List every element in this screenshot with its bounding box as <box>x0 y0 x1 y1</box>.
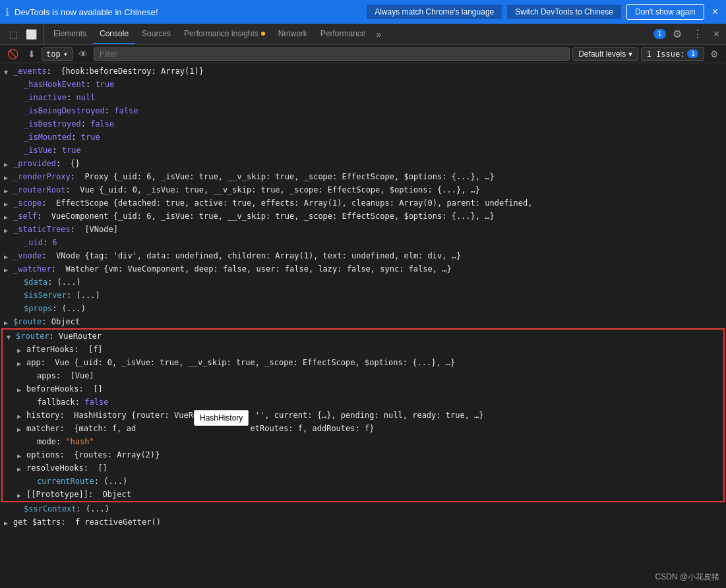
switch-to-chinese-button[interactable]: Switch DevTools to Chinese <box>507 5 621 19</box>
context-dropdown-icon: ▾ <box>63 49 68 59</box>
console-line: _renderProxy: Proxy {_uid: 6, _isVue: tr… <box>0 170 726 183</box>
issues-button[interactable]: 1 Issue: 1 <box>641 47 704 61</box>
console-line: $router: VueRouter <box>3 330 723 343</box>
console-line: _watcher: Watcher {vm: VueComponent, dee… <box>0 262 726 276</box>
tab-console[interactable]: Console <box>93 24 135 44</box>
console-line: _events: {hook:beforeDestroy: Array(1)} <box>0 65 726 78</box>
console-line: _scope: EffectScope {detached: true, act… <box>0 196 726 210</box>
tab-elements[interactable]: Elements <box>47 24 93 44</box>
devtools-settings-button[interactable]: ⚙ <box>669 26 686 42</box>
expand-arrow[interactable] <box>17 490 21 502</box>
devtools-more-options-button[interactable]: ⋮ <box>688 26 707 42</box>
console-line: matcher: {match: f, ad etRoutes: f, addR… <box>3 422 723 435</box>
console-line: apps: [Vue] <box>3 369 723 382</box>
expand-arrow[interactable] <box>17 424 21 436</box>
expand-arrow[interactable] <box>7 332 11 343</box>
console-line: resolveHooks: [] <box>3 461 723 475</box>
console-line: _isVue: true <box>0 144 726 157</box>
console-line: history: HashHistory {router: VueRouter,… <box>3 409 723 422</box>
clear-console-button[interactable]: 🚫 <box>4 47 22 61</box>
console-line: [[Prototype]]: Object <box>3 488 723 501</box>
eye-button[interactable]: 👁 <box>75 47 91 61</box>
expand-arrow[interactable] <box>4 198 8 210</box>
console-line: afterHooks: [f] <box>3 343 723 356</box>
issues-count-badge: 1 <box>687 49 698 58</box>
console-line: _staticTrees: [VNode] <box>0 223 726 236</box>
console-toolbar: 🚫 ⬇ top ▾ 👁 Default levels ▾ 1 Issue: 1 … <box>0 45 726 63</box>
tab-performance-insights[interactable]: Performance insights <box>177 24 272 44</box>
tab-performance[interactable]: Performance <box>314 24 373 44</box>
context-selector[interactable]: top ▾ <box>42 47 73 61</box>
console-line: options: {routes: Array(2)} <box>3 448 723 461</box>
console-line: mode: "hash" <box>3 435 723 448</box>
console-line: _routerRoot: Vue {_uid: 0, _isVue: true,… <box>0 183 726 196</box>
more-tabs-button[interactable]: » <box>373 29 386 40</box>
expand-arrow[interactable] <box>4 67 8 78</box>
console-line: $data: (...) <box>0 276 726 289</box>
expand-arrow[interactable] <box>4 185 8 197</box>
console-line: _inactive: null <box>0 91 726 104</box>
console-line: _self: VueComponent {_uid: 6, _isVue: tr… <box>0 210 726 223</box>
context-label: top <box>46 49 61 59</box>
console-line: _isBeingDestroyed: false <box>0 104 726 117</box>
notification-banner: ℹ DevTools is now available in Chinese! … <box>0 0 726 24</box>
console-line: get $attrs: f reactiveGetter() <box>0 515 726 529</box>
tooltip: HashHistory <box>194 410 249 426</box>
expand-arrow[interactable] <box>4 264 8 276</box>
devtools-tabs: ⬚ ⬜ Elements Console Sources Performance… <box>0 24 726 45</box>
red-border-section: $router: VueRouterafterHooks: [f]app: Vu… <box>1 328 725 502</box>
expand-arrow[interactable] <box>17 358 21 370</box>
console-line: $ssrContext: (...) <box>0 502 726 515</box>
console-line: _vnode: VNode {tag: 'div', data: undefin… <box>0 249 726 262</box>
match-language-button[interactable]: Always match Chrome's language <box>367 5 502 19</box>
devtools-close-button[interactable]: × <box>710 27 723 42</box>
console-line: app: Vue {_uid: 0, _isVue: true, __v_ski… <box>3 356 723 369</box>
console-output: _events: {hook:beforeDestroy: Array(1)}_… <box>0 63 726 588</box>
tab-sources[interactable]: Sources <box>135 24 177 44</box>
expand-arrow[interactable] <box>17 411 21 423</box>
expand-arrow[interactable] <box>17 450 21 462</box>
issues-badge: 1 <box>653 29 666 39</box>
console-line: $isServer: (...) <box>0 289 726 302</box>
banner-close-button[interactable]: × <box>710 6 721 18</box>
console-line: $route: Object <box>0 315 726 328</box>
device-toolbar-icon[interactable]: ⬜ <box>23 28 40 41</box>
expand-arrow[interactable] <box>4 251 8 263</box>
console-line: $props: (...) <box>0 302 726 315</box>
expand-arrow[interactable] <box>17 463 21 475</box>
expand-arrow[interactable] <box>4 159 8 171</box>
expand-arrow[interactable] <box>4 517 8 529</box>
console-line: beforeHooks: [] <box>3 382 723 396</box>
tabs-right-controls: 1 ⚙ ⋮ × <box>653 26 723 42</box>
banner-message: DevTools is now available in Chinese! <box>15 7 361 17</box>
console-line: _isDestroyed: false <box>0 117 726 131</box>
expand-arrow[interactable] <box>4 172 8 184</box>
expand-arrow[interactable] <box>4 317 8 329</box>
console-line: _provided: {} <box>0 157 726 170</box>
filter-input[interactable] <box>94 47 570 61</box>
expand-arrow[interactable] <box>17 384 21 396</box>
console-line: fallback: false <box>3 396 723 409</box>
performance-insights-dot <box>261 32 265 36</box>
collapse-button[interactable]: ⬇ <box>24 47 39 61</box>
console-line: _uid: 6 <box>0 236 726 249</box>
expand-arrow[interactable] <box>4 225 8 237</box>
expand-arrow[interactable] <box>17 345 21 357</box>
watermark: CSDN @小花皮猪 <box>655 572 719 583</box>
console-line: _isMounted: true <box>0 131 726 144</box>
console-settings-button[interactable]: ⚙ <box>707 47 722 61</box>
dock-icons: ⬚ ⬜ <box>3 24 44 44</box>
console-line: _hasHookEvent: true <box>0 78 726 91</box>
dont-show-again-button[interactable]: Don't show again <box>626 4 704 20</box>
inspect-element-icon[interactable]: ⬚ <box>7 28 20 41</box>
console-line: currentRoute: (...) <box>3 475 723 488</box>
expand-arrow[interactable] <box>4 212 8 223</box>
info-icon: ℹ <box>5 6 9 18</box>
tab-network[interactable]: Network <box>272 24 314 44</box>
default-levels-button[interactable]: Default levels ▾ <box>572 47 638 61</box>
issues-text: 1 Issue: <box>647 49 685 59</box>
